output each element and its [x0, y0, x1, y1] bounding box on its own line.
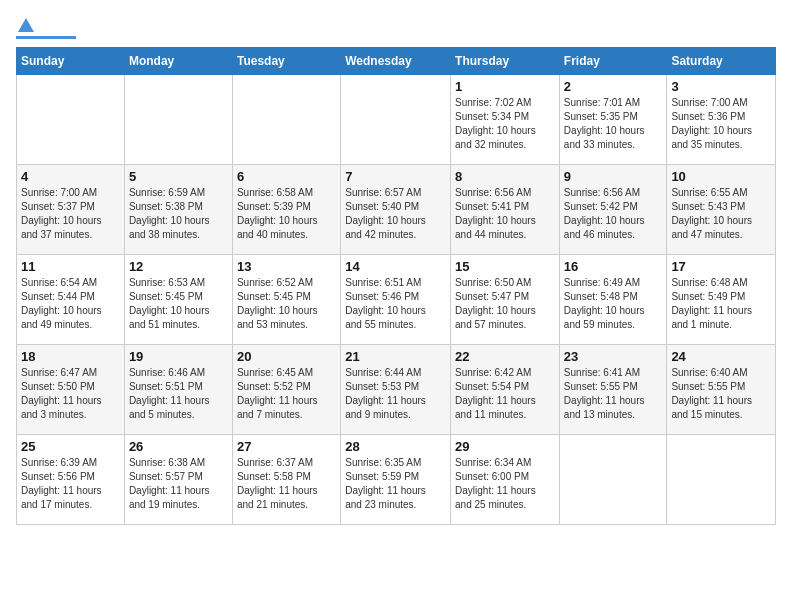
day-cell: 20Sunrise: 6:45 AM Sunset: 5:52 PM Dayli… [232, 345, 340, 435]
day-number: 23 [564, 349, 663, 364]
day-cell: 2Sunrise: 7:01 AM Sunset: 5:35 PM Daylig… [559, 75, 667, 165]
day-number: 19 [129, 349, 228, 364]
weekday-header-thursday: Thursday [451, 48, 560, 75]
day-cell: 16Sunrise: 6:49 AM Sunset: 5:48 PM Dayli… [559, 255, 667, 345]
day-info: Sunrise: 6:54 AM Sunset: 5:44 PM Dayligh… [21, 276, 120, 332]
day-cell [17, 75, 125, 165]
day-number: 20 [237, 349, 336, 364]
day-info: Sunrise: 6:46 AM Sunset: 5:51 PM Dayligh… [129, 366, 228, 422]
day-info: Sunrise: 6:57 AM Sunset: 5:40 PM Dayligh… [345, 186, 446, 242]
day-number: 13 [237, 259, 336, 274]
day-cell: 28Sunrise: 6:35 AM Sunset: 5:59 PM Dayli… [341, 435, 451, 525]
day-cell: 18Sunrise: 6:47 AM Sunset: 5:50 PM Dayli… [17, 345, 125, 435]
day-number: 28 [345, 439, 446, 454]
header [16, 16, 776, 39]
day-cell: 6Sunrise: 6:58 AM Sunset: 5:39 PM Daylig… [232, 165, 340, 255]
calendar-table: SundayMondayTuesdayWednesdayThursdayFrid… [16, 47, 776, 525]
day-number: 3 [671, 79, 771, 94]
day-number: 8 [455, 169, 555, 184]
day-number: 27 [237, 439, 336, 454]
day-number: 12 [129, 259, 228, 274]
day-info: Sunrise: 6:47 AM Sunset: 5:50 PM Dayligh… [21, 366, 120, 422]
day-number: 5 [129, 169, 228, 184]
day-info: Sunrise: 6:58 AM Sunset: 5:39 PM Dayligh… [237, 186, 336, 242]
day-cell: 14Sunrise: 6:51 AM Sunset: 5:46 PM Dayli… [341, 255, 451, 345]
day-cell: 23Sunrise: 6:41 AM Sunset: 5:55 PM Dayli… [559, 345, 667, 435]
day-number: 21 [345, 349, 446, 364]
day-info: Sunrise: 6:52 AM Sunset: 5:45 PM Dayligh… [237, 276, 336, 332]
day-info: Sunrise: 6:56 AM Sunset: 5:42 PM Dayligh… [564, 186, 663, 242]
day-info: Sunrise: 6:35 AM Sunset: 5:59 PM Dayligh… [345, 456, 446, 512]
weekday-header-wednesday: Wednesday [341, 48, 451, 75]
day-cell: 29Sunrise: 6:34 AM Sunset: 6:00 PM Dayli… [451, 435, 560, 525]
day-info: Sunrise: 6:48 AM Sunset: 5:49 PM Dayligh… [671, 276, 771, 332]
day-number: 26 [129, 439, 228, 454]
day-info: Sunrise: 6:42 AM Sunset: 5:54 PM Dayligh… [455, 366, 555, 422]
day-cell [232, 75, 340, 165]
day-cell: 3Sunrise: 7:00 AM Sunset: 5:36 PM Daylig… [667, 75, 776, 165]
svg-marker-0 [18, 18, 34, 32]
weekday-header-sunday: Sunday [17, 48, 125, 75]
day-cell [124, 75, 232, 165]
day-number: 15 [455, 259, 555, 274]
day-cell: 24Sunrise: 6:40 AM Sunset: 5:55 PM Dayli… [667, 345, 776, 435]
day-number: 6 [237, 169, 336, 184]
day-cell: 5Sunrise: 6:59 AM Sunset: 5:38 PM Daylig… [124, 165, 232, 255]
day-number: 1 [455, 79, 555, 94]
day-cell: 4Sunrise: 7:00 AM Sunset: 5:37 PM Daylig… [17, 165, 125, 255]
week-row-4: 18Sunrise: 6:47 AM Sunset: 5:50 PM Dayli… [17, 345, 776, 435]
weekday-header-friday: Friday [559, 48, 667, 75]
day-cell: 27Sunrise: 6:37 AM Sunset: 5:58 PM Dayli… [232, 435, 340, 525]
week-row-2: 4Sunrise: 7:00 AM Sunset: 5:37 PM Daylig… [17, 165, 776, 255]
day-cell: 15Sunrise: 6:50 AM Sunset: 5:47 PM Dayli… [451, 255, 560, 345]
day-cell: 17Sunrise: 6:48 AM Sunset: 5:49 PM Dayli… [667, 255, 776, 345]
day-number: 11 [21, 259, 120, 274]
day-info: Sunrise: 7:01 AM Sunset: 5:35 PM Dayligh… [564, 96, 663, 152]
day-cell: 21Sunrise: 6:44 AM Sunset: 5:53 PM Dayli… [341, 345, 451, 435]
day-cell: 9Sunrise: 6:56 AM Sunset: 5:42 PM Daylig… [559, 165, 667, 255]
day-number: 16 [564, 259, 663, 274]
day-number: 7 [345, 169, 446, 184]
day-cell: 19Sunrise: 6:46 AM Sunset: 5:51 PM Dayli… [124, 345, 232, 435]
day-number: 17 [671, 259, 771, 274]
weekday-header-saturday: Saturday [667, 48, 776, 75]
day-cell: 1Sunrise: 7:02 AM Sunset: 5:34 PM Daylig… [451, 75, 560, 165]
day-number: 29 [455, 439, 555, 454]
day-info: Sunrise: 6:41 AM Sunset: 5:55 PM Dayligh… [564, 366, 663, 422]
day-info: Sunrise: 6:49 AM Sunset: 5:48 PM Dayligh… [564, 276, 663, 332]
day-info: Sunrise: 6:50 AM Sunset: 5:47 PM Dayligh… [455, 276, 555, 332]
day-info: Sunrise: 6:38 AM Sunset: 5:57 PM Dayligh… [129, 456, 228, 512]
week-row-5: 25Sunrise: 6:39 AM Sunset: 5:56 PM Dayli… [17, 435, 776, 525]
day-cell: 12Sunrise: 6:53 AM Sunset: 5:45 PM Dayli… [124, 255, 232, 345]
day-info: Sunrise: 6:44 AM Sunset: 5:53 PM Dayligh… [345, 366, 446, 422]
week-row-3: 11Sunrise: 6:54 AM Sunset: 5:44 PM Dayli… [17, 255, 776, 345]
day-cell: 7Sunrise: 6:57 AM Sunset: 5:40 PM Daylig… [341, 165, 451, 255]
weekday-header-monday: Monday [124, 48, 232, 75]
day-info: Sunrise: 7:00 AM Sunset: 5:37 PM Dayligh… [21, 186, 120, 242]
weekday-header-tuesday: Tuesday [232, 48, 340, 75]
day-info: Sunrise: 6:59 AM Sunset: 5:38 PM Dayligh… [129, 186, 228, 242]
week-row-1: 1Sunrise: 7:02 AM Sunset: 5:34 PM Daylig… [17, 75, 776, 165]
day-number: 18 [21, 349, 120, 364]
day-number: 9 [564, 169, 663, 184]
day-info: Sunrise: 7:00 AM Sunset: 5:36 PM Dayligh… [671, 96, 771, 152]
weekday-header-row: SundayMondayTuesdayWednesdayThursdayFrid… [17, 48, 776, 75]
day-info: Sunrise: 7:02 AM Sunset: 5:34 PM Dayligh… [455, 96, 555, 152]
logo-underline [16, 36, 76, 39]
day-info: Sunrise: 6:55 AM Sunset: 5:43 PM Dayligh… [671, 186, 771, 242]
day-cell [341, 75, 451, 165]
day-info: Sunrise: 6:40 AM Sunset: 5:55 PM Dayligh… [671, 366, 771, 422]
day-number: 4 [21, 169, 120, 184]
day-cell: 26Sunrise: 6:38 AM Sunset: 5:57 PM Dayli… [124, 435, 232, 525]
day-info: Sunrise: 6:39 AM Sunset: 5:56 PM Dayligh… [21, 456, 120, 512]
day-number: 25 [21, 439, 120, 454]
day-cell [667, 435, 776, 525]
day-cell: 13Sunrise: 6:52 AM Sunset: 5:45 PM Dayli… [232, 255, 340, 345]
day-info: Sunrise: 6:51 AM Sunset: 5:46 PM Dayligh… [345, 276, 446, 332]
day-info: Sunrise: 6:37 AM Sunset: 5:58 PM Dayligh… [237, 456, 336, 512]
day-number: 14 [345, 259, 446, 274]
day-number: 2 [564, 79, 663, 94]
day-info: Sunrise: 6:53 AM Sunset: 5:45 PM Dayligh… [129, 276, 228, 332]
day-cell: 10Sunrise: 6:55 AM Sunset: 5:43 PM Dayli… [667, 165, 776, 255]
day-info: Sunrise: 6:56 AM Sunset: 5:41 PM Dayligh… [455, 186, 555, 242]
